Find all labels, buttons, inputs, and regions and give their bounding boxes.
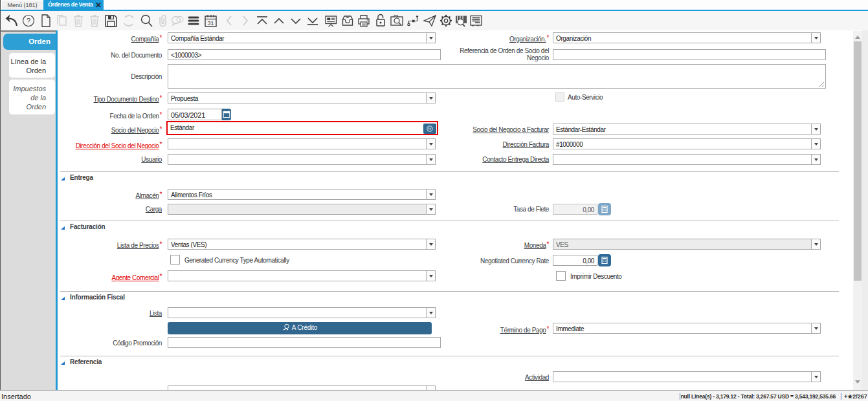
svg-text:31: 31	[207, 20, 214, 27]
svg-text:?: ?	[27, 17, 30, 25]
